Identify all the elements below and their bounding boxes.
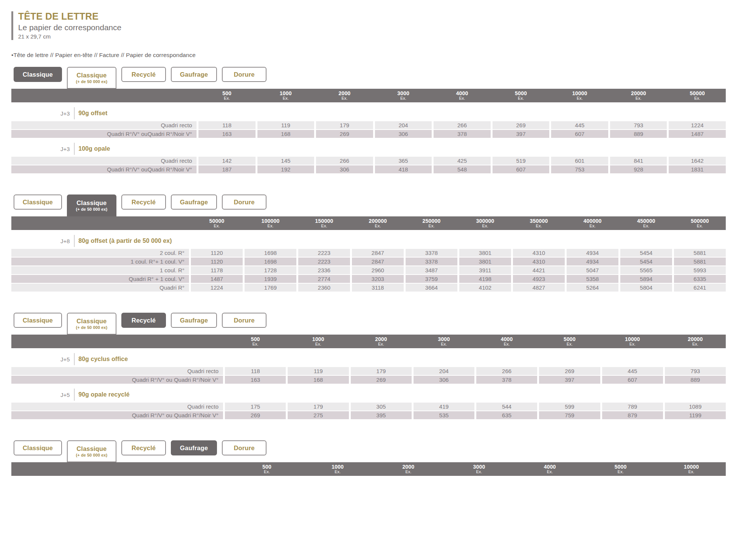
price-cell: 305 <box>351 403 412 411</box>
price-row: Quadri R°/V° ou Quadri R°/Noir V°1631682… <box>11 376 726 384</box>
price-cell: 119 <box>288 367 349 375</box>
price-cell: 445 <box>602 367 663 375</box>
tab-recycle[interactable]: Recyclé <box>121 313 166 328</box>
quantity-unit: Ex. <box>476 470 482 474</box>
divider <box>74 389 74 401</box>
quantity-column-header: 1000Ex. <box>257 91 314 101</box>
price-cell: 365 <box>375 157 432 165</box>
tab-label: Dorure <box>234 317 254 324</box>
price-cell: 4198 <box>459 275 511 283</box>
row-label: Quadri recto <box>11 157 197 165</box>
tab-classique[interactable]: Classique <box>14 194 62 210</box>
tab-gaufrage[interactable]: Gaufrage <box>171 194 217 210</box>
quantity-unit: Ex. <box>635 96 641 101</box>
quantity-unit: Ex. <box>643 224 649 228</box>
tab-gaufrage[interactable]: Gaufrage <box>171 440 217 455</box>
page: TÊTE DE LETTRE Le papier de correspondan… <box>0 0 756 476</box>
quantity-unit: Ex. <box>688 470 694 474</box>
quantity-column-header: 3000Ex. <box>445 464 513 474</box>
quantity-unit: Ex. <box>405 470 411 474</box>
price-cell: 1939 <box>245 275 296 283</box>
price-cell: 378 <box>476 376 537 384</box>
quantity-unit: Ex. <box>629 342 635 347</box>
quantity-value: 3000 <box>473 464 485 470</box>
price-cell: 3759 <box>406 275 457 283</box>
row-label: Quadri recto <box>11 121 197 129</box>
tab-classique[interactable]: Classique <box>14 67 62 82</box>
price-cell: 2847 <box>352 258 404 265</box>
tab-classique-plus-50000[interactable]: Classique(+ de 50 000 ex) <box>67 194 116 216</box>
price-cell: 266 <box>434 121 491 129</box>
quantity-header: 500Ex.1000Ex.2000Ex.3000Ex.4000Ex.5000Ex… <box>11 89 726 102</box>
tab-label: Classique <box>23 444 53 452</box>
quantity-value: 100000 <box>262 218 280 224</box>
price-cell: 179 <box>316 121 373 129</box>
row-label: Quadri R° + 1 coul. V° <box>11 275 189 283</box>
tab-dorure[interactable]: Dorure <box>222 67 266 82</box>
quantity-unit: Ex. <box>577 96 583 101</box>
quantity-value: 5000 <box>615 464 627 470</box>
quantity-column-header: 5000Ex. <box>539 336 600 347</box>
quantity-unit: Ex. <box>694 96 700 101</box>
tab-label: Classique <box>23 71 53 78</box>
quantity-unit: Ex. <box>459 96 465 101</box>
price-cell: 419 <box>414 403 474 411</box>
price-cell: 5264 <box>567 284 618 292</box>
row-label: Quadri R°/V° ouQuadri R°/Noir V° <box>11 130 197 138</box>
tab-dorure[interactable]: Dorure <box>222 194 266 210</box>
price-cell: 544 <box>476 403 537 411</box>
quantity-unit: Ex. <box>429 224 435 228</box>
quantity-column-header: 4000Ex. <box>434 91 491 101</box>
price-cell: 163 <box>198 130 256 138</box>
price-cell: 4421 <box>513 266 565 274</box>
tab-classique-plus-50000[interactable]: Classique(+ de 50 000 ex) <box>67 440 116 462</box>
price-cell: 168 <box>288 376 349 384</box>
quantity-value: 4000 <box>456 91 468 96</box>
tab-bar: ClassiqueClassique(+ de 50 000 ex)Recycl… <box>14 313 726 335</box>
tab-bar: ClassiqueClassique(+ de 50 000 ex)Recycl… <box>14 440 726 462</box>
tab-dorure[interactable]: Dorure <box>222 440 266 455</box>
tab-classique[interactable]: Classique <box>14 313 62 328</box>
price-cell: 204 <box>375 121 432 129</box>
price-cell: 5993 <box>674 266 726 274</box>
price-row: Quadri R°/V° ou Quadri R°/Noir V°2692753… <box>11 411 726 419</box>
price-row: Quadri R°/V° ouQuadri R°/Noir V°18719230… <box>11 165 726 173</box>
product-name: 90g offset <box>79 110 108 117</box>
price-cell: 5881 <box>674 258 726 265</box>
tab-dorure[interactable]: Dorure <box>222 313 266 328</box>
quantity-column-header: 500000Ex. <box>674 218 726 228</box>
quantity-unit: Ex. <box>264 470 270 474</box>
price-row: 2 coul. R°112016982223284733783801431049… <box>11 249 726 257</box>
tab-bar: ClassiqueClassique(+ de 50 000 ex)Recycl… <box>14 67 726 89</box>
tab-recycle[interactable]: Recyclé <box>121 67 166 82</box>
quantity-column-header: 400000Ex. <box>567 218 618 228</box>
price-cell: 1487 <box>669 130 726 138</box>
price-cell: 879 <box>602 411 663 419</box>
tab-recycle[interactable]: Recyclé <box>121 440 166 455</box>
page-format: 21 x 29,7 cm <box>18 33 726 40</box>
tab-gaufrage[interactable]: Gaufrage <box>171 313 217 328</box>
quantity-column-header: 10000Ex. <box>657 464 726 474</box>
price-cell: 535 <box>414 411 474 419</box>
tab-classique[interactable]: Classique <box>14 440 62 455</box>
price-cell: 4934 <box>567 258 618 265</box>
quantity-value: 5000 <box>515 91 527 96</box>
tab-gaufrage[interactable]: Gaufrage <box>171 67 217 82</box>
tab-label: Dorure <box>234 199 254 206</box>
price-row: Quadri R° + 1 coul. V°148719392774320337… <box>11 275 726 283</box>
quantity-value: 50000 <box>690 91 705 96</box>
price-cell: 5894 <box>620 275 672 283</box>
tab-classique-plus-50000[interactable]: Classique(+ de 50 000 ex) <box>67 67 116 89</box>
tab-label: Gaufrage <box>180 71 208 78</box>
tab-recycle[interactable]: Recyclé <box>121 194 166 210</box>
tab-classique-plus-50000[interactable]: Classique(+ de 50 000 ex) <box>67 313 116 335</box>
price-cell: 175 <box>225 403 286 411</box>
tab-label: Classique <box>77 318 107 325</box>
quantity-unit: Ex. <box>315 342 321 347</box>
quantity-unit: Ex. <box>441 342 447 347</box>
quantity-unit: Ex. <box>536 224 542 228</box>
quantity-unit: Ex. <box>253 342 259 347</box>
tab-label: Classique <box>77 445 107 452</box>
price-cell: 1487 <box>191 275 243 283</box>
tab-sublabel: (+ de 50 000 ex) <box>76 453 107 457</box>
